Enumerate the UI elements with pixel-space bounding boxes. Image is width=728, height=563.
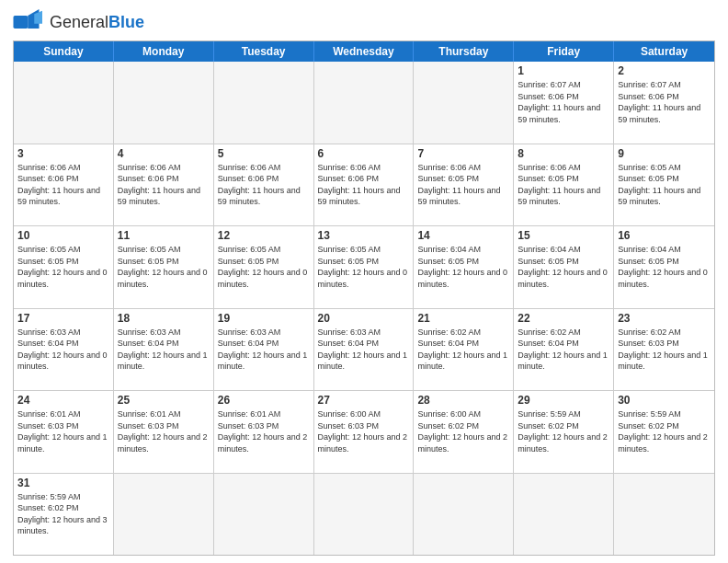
day-number: 16 [618, 229, 711, 242]
day-info: Sunrise: 6:01 AM Sunset: 6:03 PM Dayligh… [17, 408, 109, 454]
logo-icon [13, 9, 46, 35]
calendar-cell: 1Sunrise: 6:07 AM Sunset: 6:06 PM Daylig… [514, 62, 614, 144]
calendar-cell: 4Sunrise: 6:06 AM Sunset: 6:06 PM Daylig… [114, 144, 214, 226]
day-info: Sunrise: 6:02 AM Sunset: 6:04 PM Dayligh… [417, 327, 509, 373]
day-number: 24 [17, 394, 109, 407]
day-info: Sunrise: 6:00 AM Sunset: 6:03 PM Dayligh… [318, 408, 410, 454]
day-number: 3 [17, 147, 109, 160]
day-info: Sunrise: 6:03 AM Sunset: 6:04 PM Dayligh… [218, 327, 310, 373]
day-number: 19 [218, 312, 310, 325]
day-info: Sunrise: 6:05 AM Sunset: 6:05 PM Dayligh… [17, 244, 109, 290]
day-number: 1 [518, 64, 609, 77]
calendar-cell: 25Sunrise: 6:01 AM Sunset: 6:03 PM Dayli… [114, 391, 214, 473]
calendar-cell: 9Sunrise: 6:05 AM Sunset: 6:05 PM Daylig… [614, 144, 714, 226]
day-header-monday: Monday [114, 41, 214, 62]
day-info: Sunrise: 6:06 AM Sunset: 6:05 PM Dayligh… [518, 162, 609, 208]
day-number: 20 [318, 312, 410, 325]
calendar-cell [214, 62, 314, 144]
day-number: 27 [318, 394, 410, 407]
day-info: Sunrise: 5:59 AM Sunset: 6:02 PM Dayligh… [17, 491, 109, 537]
day-number: 15 [518, 229, 609, 242]
day-info: Sunrise: 6:02 AM Sunset: 6:03 PM Dayligh… [618, 327, 711, 373]
day-number: 2 [618, 64, 711, 77]
calendar-cell [114, 62, 214, 144]
calendar-cell: 20Sunrise: 6:03 AM Sunset: 6:04 PM Dayli… [314, 309, 415, 391]
calendar-cell: 18Sunrise: 6:03 AM Sunset: 6:04 PM Dayli… [114, 309, 214, 391]
day-number: 22 [518, 312, 609, 325]
calendar-cell: 19Sunrise: 6:03 AM Sunset: 6:04 PM Dayli… [214, 309, 314, 391]
calendar-cell: 11Sunrise: 6:05 AM Sunset: 6:05 PM Dayli… [114, 226, 214, 308]
logo: GeneralBlue [13, 9, 144, 35]
day-info: Sunrise: 5:59 AM Sunset: 6:02 PM Dayligh… [618, 408, 711, 454]
calendar-cell: 8Sunrise: 6:06 AM Sunset: 6:05 PM Daylig… [514, 144, 614, 226]
day-info: Sunrise: 6:05 AM Sunset: 6:05 PM Dayligh… [118, 244, 210, 290]
day-number: 30 [618, 394, 711, 407]
calendar-cell: 15Sunrise: 6:04 AM Sunset: 6:05 PM Dayli… [514, 226, 614, 308]
day-number: 11 [118, 229, 210, 242]
day-number: 31 [17, 477, 109, 489]
calendar: SundayMondayTuesdayWednesdayThursdayFrid… [13, 40, 715, 556]
calendar-cell [14, 62, 114, 144]
day-header-sunday: Sunday [14, 41, 114, 62]
calendar-row: 3Sunrise: 6:06 AM Sunset: 6:06 PM Daylig… [14, 144, 714, 226]
day-number: 28 [417, 394, 509, 407]
calendar-cell [314, 474, 415, 556]
calendar-cell: 22Sunrise: 6:02 AM Sunset: 6:04 PM Dayli… [514, 309, 614, 391]
calendar-cell: 27Sunrise: 6:00 AM Sunset: 6:03 PM Dayli… [314, 391, 415, 473]
calendar-cell: 21Sunrise: 6:02 AM Sunset: 6:04 PM Dayli… [414, 309, 514, 391]
calendar-row: 10Sunrise: 6:05 AM Sunset: 6:05 PM Dayli… [14, 225, 714, 308]
calendar-cell: 28Sunrise: 6:00 AM Sunset: 6:02 PM Dayli… [414, 391, 514, 473]
day-info: Sunrise: 6:03 AM Sunset: 6:04 PM Dayligh… [17, 327, 109, 373]
day-header-tuesday: Tuesday [214, 41, 314, 62]
day-number: 5 [218, 147, 310, 160]
calendar-cell: 26Sunrise: 6:01 AM Sunset: 6:03 PM Dayli… [214, 391, 314, 473]
calendar-cell: 6Sunrise: 6:06 AM Sunset: 6:06 PM Daylig… [314, 144, 415, 226]
day-header-saturday: Saturday [614, 41, 714, 62]
calendar-cell: 16Sunrise: 6:04 AM Sunset: 6:05 PM Dayli… [614, 226, 714, 308]
day-info: Sunrise: 6:06 AM Sunset: 6:06 PM Dayligh… [318, 162, 410, 208]
day-header-wednesday: Wednesday [314, 41, 415, 62]
calendar-cell: 24Sunrise: 6:01 AM Sunset: 6:03 PM Dayli… [14, 391, 114, 473]
day-info: Sunrise: 5:59 AM Sunset: 6:02 PM Dayligh… [518, 408, 609, 454]
page-header: GeneralBlue [13, 9, 715, 35]
calendar-cell [114, 474, 214, 556]
day-number: 12 [218, 229, 310, 242]
day-info: Sunrise: 6:00 AM Sunset: 6:02 PM Dayligh… [417, 408, 509, 454]
day-header-friday: Friday [514, 41, 614, 62]
calendar-cell: 13Sunrise: 6:05 AM Sunset: 6:05 PM Dayli… [314, 226, 415, 308]
calendar-cell: 10Sunrise: 6:05 AM Sunset: 6:05 PM Dayli… [14, 226, 114, 308]
day-number: 21 [417, 312, 509, 325]
calendar-row: 1Sunrise: 6:07 AM Sunset: 6:06 PM Daylig… [14, 62, 714, 144]
calendar-cell: 5Sunrise: 6:06 AM Sunset: 6:06 PM Daylig… [214, 144, 314, 226]
day-info: Sunrise: 6:06 AM Sunset: 6:06 PM Dayligh… [118, 162, 210, 208]
day-info: Sunrise: 6:06 AM Sunset: 6:05 PM Dayligh… [417, 162, 509, 208]
calendar-header: SundayMondayTuesdayWednesdayThursdayFrid… [14, 41, 714, 62]
calendar-row: 17Sunrise: 6:03 AM Sunset: 6:04 PM Dayli… [14, 308, 714, 391]
day-number: 4 [118, 147, 210, 160]
day-info: Sunrise: 6:06 AM Sunset: 6:06 PM Dayligh… [218, 162, 310, 208]
day-info: Sunrise: 6:04 AM Sunset: 6:05 PM Dayligh… [518, 244, 609, 290]
calendar-cell: 2Sunrise: 6:07 AM Sunset: 6:06 PM Daylig… [614, 62, 714, 144]
day-number: 26 [218, 394, 310, 407]
calendar-cell: 7Sunrise: 6:06 AM Sunset: 6:05 PM Daylig… [414, 144, 514, 226]
day-header-thursday: Thursday [414, 41, 514, 62]
day-info: Sunrise: 6:06 AM Sunset: 6:06 PM Dayligh… [17, 162, 109, 208]
day-info: Sunrise: 6:07 AM Sunset: 6:06 PM Dayligh… [518, 79, 609, 125]
day-info: Sunrise: 6:04 AM Sunset: 6:05 PM Dayligh… [417, 244, 509, 290]
day-number: 6 [318, 147, 410, 160]
calendar-row: 31Sunrise: 5:59 AM Sunset: 6:02 PM Dayli… [14, 473, 714, 556]
day-info: Sunrise: 6:02 AM Sunset: 6:04 PM Dayligh… [518, 327, 609, 373]
day-info: Sunrise: 6:03 AM Sunset: 6:04 PM Dayligh… [318, 327, 410, 373]
calendar-cell [314, 62, 415, 144]
calendar-cell: 31Sunrise: 5:59 AM Sunset: 6:02 PM Dayli… [14, 474, 114, 556]
calendar-cell: 30Sunrise: 5:59 AM Sunset: 6:02 PM Dayli… [614, 391, 714, 473]
calendar-cell [414, 62, 514, 144]
day-info: Sunrise: 6:01 AM Sunset: 6:03 PM Dayligh… [118, 408, 210, 454]
day-info: Sunrise: 6:07 AM Sunset: 6:06 PM Dayligh… [618, 79, 711, 125]
day-number: 8 [518, 147, 609, 160]
day-number: 17 [17, 312, 109, 325]
calendar-cell: 14Sunrise: 6:04 AM Sunset: 6:05 PM Dayli… [414, 226, 514, 308]
day-number: 13 [318, 229, 410, 242]
day-number: 7 [417, 147, 509, 160]
day-info: Sunrise: 6:04 AM Sunset: 6:05 PM Dayligh… [618, 244, 711, 290]
